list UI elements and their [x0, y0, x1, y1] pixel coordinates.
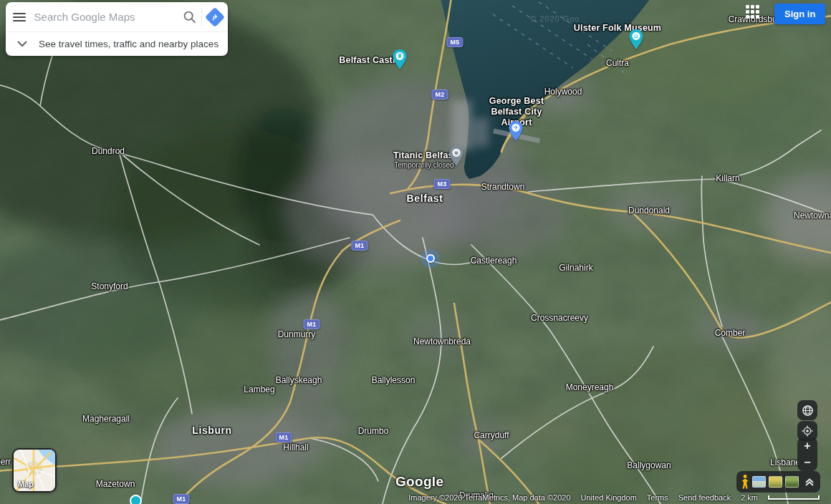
map-label-killarn[interactable]: Killarn: [716, 173, 739, 184]
chevron-down-icon: [6, 41, 39, 47]
travel-times-expander[interactable]: See travel times, traffic and nearby pla…: [6, 32, 228, 56]
imagery-thumb-1[interactable]: [752, 476, 766, 488]
region-link[interactable]: United Kingdom: [581, 493, 637, 502]
imagery-credit: Imagery ©2020 TerraMetrics, Map data ©20…: [408, 493, 570, 502]
map-label-dundonald[interactable]: Dundonald: [628, 205, 670, 216]
map-label-lisburn[interactable]: Lisburn: [192, 425, 232, 436]
map-label-belfast[interactable]: Belfast: [407, 193, 443, 204]
map-label-cultra[interactable]: Cultra: [606, 58, 629, 69]
map-label-holywood[interactable]: Holywood: [544, 87, 582, 97]
collapse-imagery-button[interactable]: [803, 477, 816, 487]
map-label-ballygowan[interactable]: Ballygowan: [627, 460, 671, 471]
map-label-titanic-belfast-status[interactable]: Temporarily closed: [394, 160, 453, 170]
map-label-hillhall[interactable]: Hillhall: [283, 442, 308, 453]
imagery-thumb-3[interactable]: [785, 476, 799, 488]
satellite-basemap[interactable]: [0, 0, 831, 504]
google-logo[interactable]: Google: [395, 474, 443, 490]
google-watermark: © 2020 Goo: [530, 14, 580, 23]
my-location-icon: [802, 425, 813, 437]
attribution-bar: Imagery ©2020 TerraMetrics, Map data ©20…: [408, 493, 820, 502]
svg-text:✈: ✈: [513, 124, 518, 131]
pin-titanic-belfast[interactable]: ◉: [448, 145, 464, 170]
pin-belfast-castle[interactable]: ♜: [392, 49, 408, 73]
chevron-up-double-icon: [804, 477, 815, 487]
pin-ulster-folk-museum[interactable]: ⌂: [628, 29, 644, 53]
map-label-strandtown[interactable]: Strandtown: [481, 182, 525, 193]
map-label-mazetown[interactable]: Mazetown: [96, 479, 135, 490]
zoom-in-button[interactable]: +: [797, 437, 817, 455]
map-label-drumbo[interactable]: Drumbo: [358, 426, 389, 437]
search-icon[interactable]: [178, 10, 202, 24]
send-feedback-link[interactable]: Send feedback: [678, 493, 731, 502]
directions-icon: [205, 6, 225, 26]
directions-button[interactable]: [202, 10, 228, 24]
search-row: [6, 2, 228, 32]
search-input[interactable]: [33, 10, 178, 24]
imagery-thumb-2[interactable]: [769, 476, 782, 488]
google-maps-app: © 2020 Goo BelfastLisburnBelfast CastleU…: [0, 0, 831, 504]
pin-city-airport[interactable]: ✈: [508, 120, 524, 145]
map-mode-toggle[interactable]: Map: [12, 448, 57, 493]
map-label-newtownbreda[interactable]: Newtownbreda: [413, 336, 471, 347]
map-label-comber[interactable]: Comber: [715, 328, 746, 339]
pegman-icon[interactable]: [741, 474, 749, 490]
zoom-control: + −: [797, 437, 817, 471]
map-label-ballylesson[interactable]: Ballylesson: [372, 375, 416, 386]
map-label-lambeg[interactable]: Lambeg: [244, 384, 274, 395]
google-apps-icon[interactable]: [746, 5, 760, 19]
map-label-newtownards[interactable]: Newtownards: [794, 210, 831, 221]
map-label-dundrod[interactable]: Dundrod: [92, 146, 125, 157]
map-label-belfast-castle[interactable]: Belfast Castle: [339, 55, 400, 66]
map-label-lisbane[interactable]: Lisbane: [770, 457, 800, 468]
terms-link[interactable]: Terms: [647, 493, 668, 502]
map-label-edge-partial[interactable]: berr: [0, 457, 11, 467]
map-toggle-label: Map: [18, 480, 34, 488]
svg-text:♜: ♜: [397, 52, 403, 59]
map-label-stonyford[interactable]: Stonyford: [91, 281, 128, 292]
map-label-ulster-folk-museum[interactable]: Ulster Folk Museum: [574, 23, 661, 34]
search-card: See travel times, traffic and nearby pla…: [6, 2, 228, 56]
map-label-dunmurry[interactable]: Dunmurry: [278, 329, 316, 340]
map-label-castlereagh[interactable]: Castlereagh: [471, 256, 517, 266]
scale-bar: [768, 495, 820, 500]
map-label-ballyskeagh[interactable]: Ballyskeagh: [276, 375, 322, 386]
map-label-moneyreagh[interactable]: Moneyreagh: [566, 382, 614, 393]
zoom-out-button[interactable]: −: [797, 455, 817, 472]
sign-in-button[interactable]: Sign in: [774, 4, 825, 24]
globe-icon: [802, 404, 814, 417]
map-label-gilnahirk[interactable]: Gilnahirk: [559, 263, 592, 273]
travel-times-label: See travel times, traffic and nearby pla…: [39, 39, 218, 49]
svg-text:◉: ◉: [453, 149, 458, 156]
menu-icon[interactable]: [6, 10, 33, 24]
imagery-bar: [736, 471, 820, 493]
globe-button[interactable]: [797, 400, 817, 420]
map-label-magheragall[interactable]: Magheragall: [82, 414, 130, 425]
map-label-carryduff[interactable]: Carryduff: [474, 430, 509, 441]
map-label-crossnacreevy[interactable]: Crossnacreevy: [531, 313, 588, 324]
scale-label[interactable]: 2 km: [741, 493, 758, 502]
svg-text:⌂: ⌂: [634, 32, 638, 39]
